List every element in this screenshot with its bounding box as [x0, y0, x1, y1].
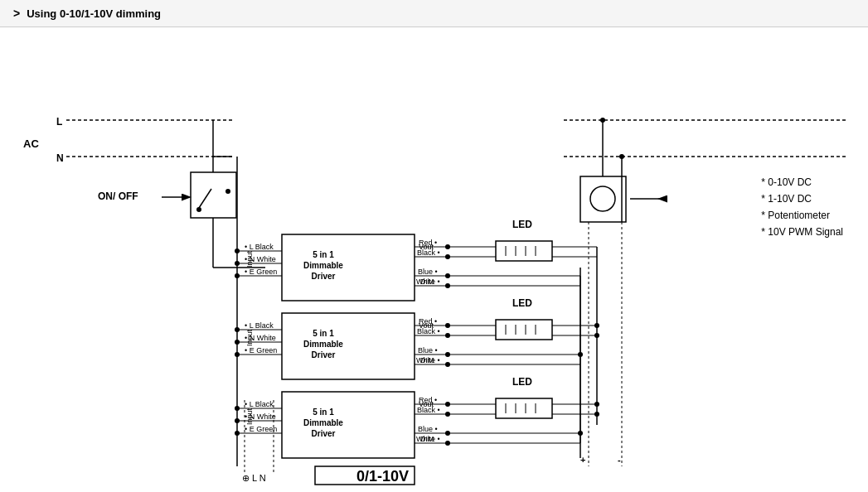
svg-text:• E Green: • E Green — [245, 346, 277, 355]
svg-point-65 — [235, 340, 240, 345]
svg-point-141 — [619, 154, 624, 159]
svg-text:Blue •: Blue • — [418, 346, 438, 355]
svg-text:• E Green: • E Green — [245, 268, 277, 276]
svg-text:Black •: Black • — [417, 248, 440, 257]
svg-line-5 — [199, 189, 211, 208]
info-panel: * 0-10V DC * 1-10V DC * Potentiometer * … — [761, 176, 843, 243]
led-label-2: LED — [512, 297, 532, 309]
svg-point-139 — [600, 118, 605, 123]
svg-rect-55 — [282, 313, 415, 379]
svg-text:+: + — [580, 455, 585, 465]
on-off-label: ON/ OFF — [98, 191, 138, 202]
svg-text:Driver: Driver — [312, 272, 336, 281]
svg-point-6 — [196, 207, 201, 212]
svg-text:5 in 1: 5 in 1 — [313, 408, 334, 417]
svg-point-28 — [235, 273, 240, 278]
l-label: L — [56, 116, 62, 128]
svg-rect-95 — [282, 392, 415, 458]
svg-point-136 — [590, 186, 615, 211]
svg-text:White •: White • — [416, 435, 440, 443]
svg-rect-17 — [282, 234, 415, 301]
svg-point-133 — [594, 402, 599, 407]
svg-text:White •: White • — [416, 277, 440, 286]
svg-text:Blue •: Blue • — [418, 268, 438, 276]
svg-point-149 — [578, 431, 583, 436]
svg-text:• L Black: • L Black — [245, 243, 274, 251]
led-label-3: LED — [512, 376, 532, 388]
svg-point-105 — [235, 418, 240, 423]
svg-text:5 in 1: 5 in 1 — [313, 329, 334, 338]
svg-rect-122 — [496, 398, 552, 418]
n-label: N — [56, 152, 64, 164]
svg-text:Red •: Red • — [419, 396, 437, 404]
info-item-4: * 10V PWM Signal — [761, 226, 843, 238]
info-item-3: * Potentiometer — [761, 210, 843, 221]
svg-text:• L Black: • L Black — [245, 321, 274, 330]
svg-point-62 — [235, 327, 240, 332]
svg-point-134 — [594, 412, 599, 417]
svg-rect-42 — [496, 241, 552, 261]
svg-text:White •: White • — [416, 356, 440, 364]
svg-text:Dimmable: Dimmable — [303, 261, 343, 270]
svg-text:Black •: Black • — [417, 327, 440, 335]
svg-text:Driver: Driver — [312, 350, 336, 359]
header-arrow: > — [13, 7, 20, 20]
bottom-label: 0/1-10V — [356, 468, 409, 485]
svg-text:Red •: Red • — [419, 317, 437, 326]
svg-point-68 — [235, 352, 240, 357]
svg-point-94 — [594, 333, 599, 338]
svg-text:Dimmable: Dimmable — [303, 340, 343, 349]
svg-text:Red •: Red • — [419, 239, 437, 247]
svg-point-108 — [235, 431, 240, 436]
header-title: Using 0-10/1-10V dimming — [27, 7, 161, 20]
info-item-1: * 0-10V DC — [761, 176, 843, 188]
svg-point-93 — [594, 323, 599, 328]
svg-text:5 in 1: 5 in 1 — [313, 250, 334, 259]
svg-rect-82 — [496, 320, 552, 340]
ac-label: AC — [23, 137, 39, 150]
svg-text:• N White: • N White — [245, 334, 276, 342]
svg-text:• N White: • N White — [245, 255, 276, 263]
wiring-diagram: AC L N ON/ OFF — [0, 27, 868, 487]
svg-text:• E Green: • E Green — [245, 425, 277, 433]
svg-text:Dimmable: Dimmable — [303, 418, 343, 427]
svg-point-102 — [235, 406, 240, 411]
svg-text:-: - — [618, 455, 621, 465]
led-label-1: LED — [512, 219, 532, 230]
svg-point-22 — [235, 248, 240, 253]
svg-text:• L Black: • L Black — [245, 400, 274, 408]
header: > Using 0-10/1-10V dimming — [0, 0, 868, 27]
info-item-2: * 1-10V DC — [761, 193, 843, 205]
svg-text:• N White: • N White — [245, 412, 276, 421]
ground-label: ⊕ L N — [242, 473, 266, 483]
svg-point-7 — [225, 189, 230, 194]
svg-text:Driver: Driver — [312, 429, 336, 438]
svg-point-148 — [578, 352, 583, 357]
svg-rect-135 — [580, 176, 626, 222]
diagram-area: AC L N ON/ OFF — [0, 27, 868, 487]
svg-text:Blue •: Blue • — [418, 425, 438, 433]
svg-text:Black •: Black • — [417, 406, 440, 414]
svg-point-25 — [235, 261, 240, 266]
